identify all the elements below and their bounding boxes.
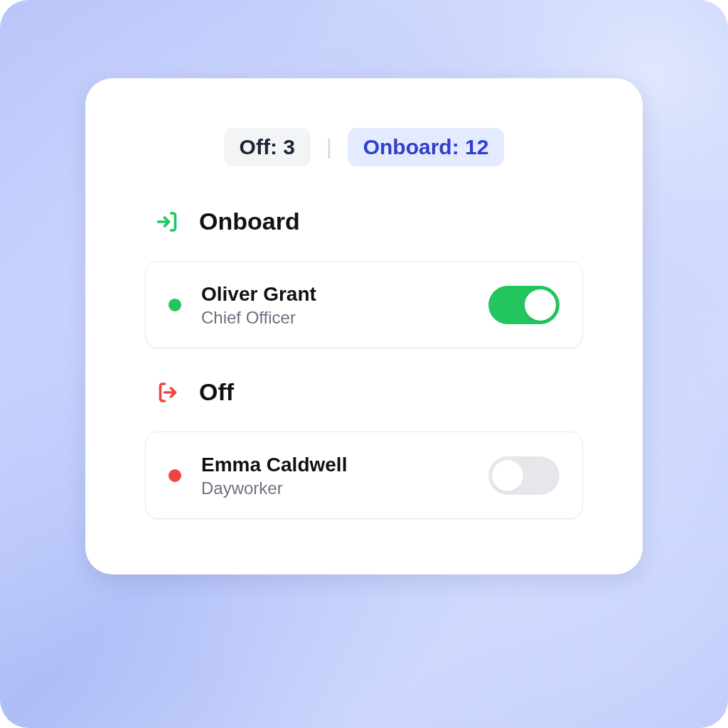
app-background: Off: 3 | Onboard: 12 Onboard Oliver Gran… xyxy=(0,0,728,728)
tab-divider: | xyxy=(326,135,332,159)
list-item: Oliver Grant Chief Officer xyxy=(145,261,583,348)
section-header-onboard: Onboard xyxy=(155,208,586,235)
section-title-off: Off xyxy=(199,378,234,406)
logout-icon xyxy=(155,380,181,405)
tabs: Off: 3 | Onboard: 12 xyxy=(142,128,586,166)
person-info: Oliver Grant Chief Officer xyxy=(201,282,488,328)
toggle-knob xyxy=(492,460,523,491)
section-title-onboard: Onboard xyxy=(199,208,300,235)
status-card: Off: 3 | Onboard: 12 Onboard Oliver Gran… xyxy=(85,78,643,574)
person-name: Emma Caldwell xyxy=(201,452,488,477)
toggle-knob xyxy=(525,289,556,321)
list-item: Emma Caldwell Dayworker xyxy=(145,432,583,519)
person-info: Emma Caldwell Dayworker xyxy=(201,452,488,498)
tab-onboard[interactable]: Onboard: 12 xyxy=(348,128,505,166)
status-dot-online-icon xyxy=(168,299,181,311)
person-name: Oliver Grant xyxy=(201,282,488,306)
tab-off[interactable]: Off: 3 xyxy=(224,128,311,166)
login-icon xyxy=(155,209,181,235)
person-role: Dayworker xyxy=(201,478,488,498)
person-role: Chief Officer xyxy=(201,308,488,328)
section-header-off: Off xyxy=(155,378,586,406)
status-dot-offline-icon xyxy=(168,469,181,482)
status-toggle[interactable] xyxy=(488,456,560,495)
status-toggle[interactable] xyxy=(488,286,560,324)
